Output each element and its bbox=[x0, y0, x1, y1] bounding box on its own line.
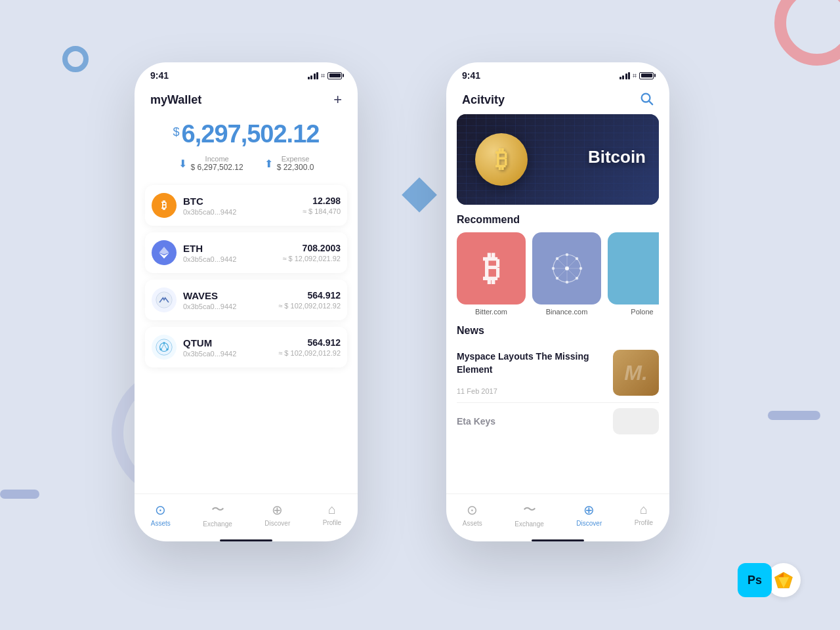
rec-label-polo: Polone bbox=[608, 308, 659, 316]
btc-info: BTC 0x3b5ca0...9442 bbox=[183, 196, 303, 216]
coin-item-waves[interactable]: WAVES 0x3b5ca0...9442 564.912 ≈ $ 102,09… bbox=[145, 280, 347, 320]
news-item-2[interactable]: Eta Keys bbox=[457, 403, 659, 440]
battery-icon-left bbox=[327, 72, 342, 79]
signal-bar-3 bbox=[314, 74, 316, 79]
nav-item-exchange-left[interactable]: 〜 Exchange bbox=[203, 501, 232, 528]
balance-amount: $ 6,297,502.12 bbox=[150, 120, 342, 148]
news-text-1: Myspace Layouts The Missing Element 11 F… bbox=[457, 350, 605, 394]
qtum-amount: 564.912 bbox=[278, 337, 341, 348]
income-details: Income $ 6,297,502.12 bbox=[191, 155, 243, 172]
eth-values: 708.2003 ≈ $ 12,092,021.92 bbox=[282, 243, 341, 262]
expense-item: ⬆ Expense $ 22,300.0 bbox=[264, 155, 314, 172]
wallet-title: myWallet bbox=[150, 93, 201, 107]
discover-label-right: Discover bbox=[576, 520, 602, 527]
recommend-scroll: ₿ Bitter.com bbox=[457, 232, 659, 316]
add-button[interactable]: + bbox=[333, 91, 342, 108]
rec-image-polo bbox=[608, 232, 659, 304]
svg-point-5 bbox=[160, 348, 162, 350]
qtum-info: QTUM 0x3b5ca0...9442 bbox=[183, 337, 278, 358]
activity-scroll: ₿ Bitcoin Recommend ₿ Bitter.com bbox=[446, 114, 669, 494]
balance-currency: $ bbox=[173, 125, 180, 139]
waves-icon bbox=[152, 287, 177, 312]
waves-amount: 564.912 bbox=[278, 290, 341, 301]
tool-icons: Ps bbox=[738, 563, 801, 597]
rec-btc-symbol: ₿ bbox=[483, 249, 500, 288]
coin-item-eth[interactable]: ETH 0x3b5ca0...9442 708.2003 ≈ $ 12,092,… bbox=[145, 232, 347, 273]
bottom-nav-right: ⊙ Assets 〜 Exchange ⊕ Discover ⌂ Profile bbox=[446, 494, 669, 537]
news-date-1: 11 Feb 2017 bbox=[457, 387, 605, 395]
expense-icon: ⬆ bbox=[264, 158, 273, 170]
exchange-icon-left: 〜 bbox=[211, 501, 224, 518]
exchange-icon-right: 〜 bbox=[523, 501, 536, 518]
waves-info: WAVES 0x3b5ca0...9442 bbox=[183, 290, 278, 310]
nav-item-assets-right[interactable]: ⊙ Assets bbox=[463, 502, 482, 527]
bg-decoration-circle-blue bbox=[62, 46, 89, 72]
svg-point-4 bbox=[166, 348, 168, 350]
svg-point-1 bbox=[156, 339, 172, 355]
eth-icon bbox=[152, 240, 177, 265]
signal-bar-2 bbox=[310, 75, 312, 79]
btc-address: 0x3b5ca0...9442 bbox=[183, 208, 303, 216]
news-headline-2: Eta Keys bbox=[457, 416, 605, 427]
rec-card-bitcoin[interactable]: ₿ Bitter.com bbox=[457, 232, 526, 316]
search-button[interactable] bbox=[639, 91, 654, 109]
battery-fill-right bbox=[641, 74, 652, 77]
rec-card-binance[interactable]: Binance.com bbox=[532, 232, 601, 316]
balance-value: 6,297,502.12 bbox=[182, 120, 320, 148]
bg-decoration-diamond bbox=[402, 177, 437, 213]
news-item-1[interactable]: Myspace Layouts The Missing Element 11 F… bbox=[457, 343, 659, 403]
btc-name: BTC bbox=[183, 196, 303, 207]
income-expense-row: ⬇ Income $ 6,297,502.12 ⬆ Expense $ 22,3… bbox=[150, 155, 342, 172]
wifi-icon-left: ⌗ bbox=[321, 72, 325, 80]
qtum-address: 0x3b5ca0...9442 bbox=[183, 350, 278, 358]
rec-label-bitcoin: Bitter.com bbox=[457, 308, 526, 316]
nav-item-profile-right[interactable]: ⌂ Profile bbox=[635, 502, 653, 526]
assets-label-left: Assets bbox=[151, 520, 171, 527]
hero-bitcoin-coin: ₿ bbox=[475, 133, 528, 186]
news-thumbnail-1: M. bbox=[613, 350, 659, 396]
rec-card-polo[interactable]: Polone bbox=[608, 232, 659, 316]
bg-decoration-circle-pink bbox=[774, 0, 840, 66]
hero-bitcoin-title: Bitcoin bbox=[588, 147, 646, 167]
waves-values: 564.912 ≈ $ 102,092,012.92 bbox=[278, 290, 341, 310]
coin-item-qtum[interactable]: QTUM 0x3b5ca0...9442 564.912 ≈ $ 102,092… bbox=[145, 327, 347, 368]
expense-value: $ 22,300.0 bbox=[277, 163, 314, 172]
battery-fill-left bbox=[329, 74, 341, 77]
profile-label-left: Profile bbox=[323, 519, 341, 526]
waves-address: 0x3b5ca0...9442 bbox=[183, 303, 278, 310]
eth-usd: ≈ $ 12,092,021.92 bbox=[282, 255, 341, 262]
assets-label-right: Assets bbox=[463, 520, 482, 527]
nav-item-discover-right[interactable]: ⊕ Discover bbox=[576, 502, 602, 527]
btc-usd: ≈ $ 184,470 bbox=[303, 207, 341, 215]
status-time-right: 9:41 bbox=[462, 70, 480, 81]
nav-item-exchange-right[interactable]: 〜 Exchange bbox=[514, 501, 543, 528]
nav-item-profile-left[interactable]: ⌂ Profile bbox=[323, 502, 341, 526]
coin-item-btc[interactable]: ₿ BTC 0x3b5ca0...9442 12.298 ≈ $ 184,470 bbox=[145, 185, 347, 226]
status-time-left: 9:41 bbox=[150, 70, 169, 81]
rec-label-binance: Binance.com bbox=[532, 308, 601, 316]
signal-bar-4 bbox=[316, 72, 318, 79]
activity-header: Acitvity bbox=[446, 85, 669, 114]
bitcoin-symbol: ₿ bbox=[495, 146, 507, 173]
signal-bar-r2 bbox=[622, 75, 624, 79]
coin-list: ₿ BTC 0x3b5ca0...9442 12.298 ≈ $ 184,470 bbox=[135, 182, 358, 494]
assets-icon-left: ⊙ bbox=[155, 502, 166, 518]
qtum-icon bbox=[152, 335, 177, 360]
profile-icon-right: ⌂ bbox=[640, 502, 648, 517]
discover-label-left: Discover bbox=[264, 520, 290, 527]
nav-item-discover-left[interactable]: ⊕ Discover bbox=[264, 502, 290, 527]
news-headline-1: Myspace Layouts The Missing Element bbox=[457, 350, 605, 376]
qtum-usd: ≈ $ 102,092,012.92 bbox=[278, 349, 341, 357]
signal-bars-left bbox=[308, 72, 319, 79]
income-label: Income bbox=[191, 155, 243, 163]
svg-point-3 bbox=[163, 342, 165, 344]
qtum-name: QTUM bbox=[183, 337, 278, 348]
wallet-header: myWallet + bbox=[135, 85, 358, 114]
status-icons-left: ⌗ bbox=[308, 72, 343, 80]
news-thumbnail-2 bbox=[613, 408, 659, 434]
battery-icon-right bbox=[639, 72, 654, 79]
balance-section: $ 6,297,502.12 ⬇ Income $ 6,297,502.12 ⬆… bbox=[135, 114, 358, 182]
nav-item-assets-left[interactable]: ⊙ Assets bbox=[151, 502, 171, 527]
hero-bitcoin-image[interactable]: ₿ Bitcoin bbox=[457, 114, 659, 205]
profile-icon-left: ⌂ bbox=[328, 502, 336, 517]
